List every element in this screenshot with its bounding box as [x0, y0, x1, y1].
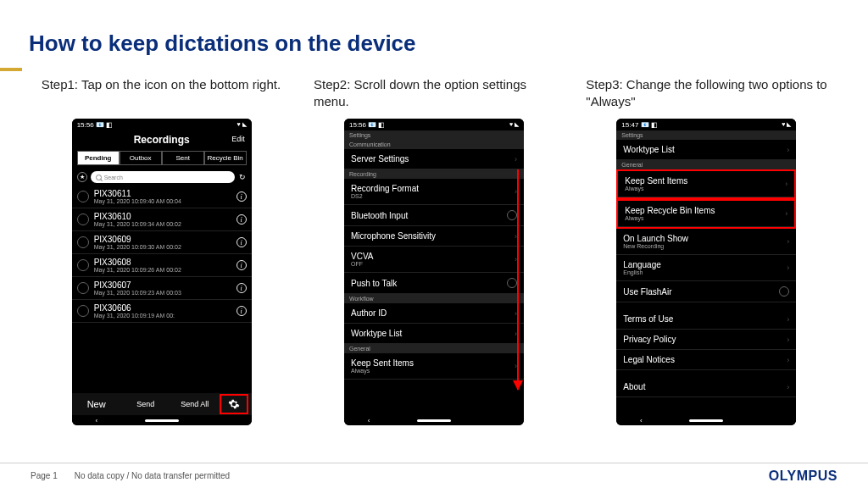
row-keep-recycle-bin[interactable]: Keep Recycle Bin ItemsAlways› — [618, 201, 794, 227]
info-icon[interactable]: i — [236, 283, 247, 293]
item-title: PIX30606 — [94, 303, 236, 313]
list-item[interactable]: PIX30609May 31, 2020 10:09:30 AM 00:02i — [72, 231, 252, 254]
navbar: ‹ — [72, 415, 252, 425]
chevron-right-icon: › — [787, 336, 789, 344]
toggle-radio[interactable] — [507, 210, 517, 220]
back-icon[interactable]: ‹ — [95, 417, 97, 424]
list-item[interactable]: PIX30610May 31, 2020 10:09:34 AM 00:02i — [72, 208, 252, 231]
row-worktype-list[interactable]: Worktype List› — [344, 324, 524, 344]
select-radio[interactable] — [77, 191, 89, 202]
row-label: Privacy Policy — [623, 335, 676, 344]
select-radio[interactable] — [77, 282, 89, 294]
row-label: On Launch Show — [623, 234, 688, 243]
row-legal[interactable]: Legal Notices› — [616, 350, 796, 370]
row-keep-sent[interactable]: Keep Sent ItemsAlways› — [618, 171, 794, 197]
item-title: PIX30611 — [94, 189, 236, 198]
row-label: VCVA — [351, 252, 374, 261]
page-title: How to keep dictations on the device — [29, 30, 416, 57]
row-label: Terms of Use — [623, 314, 673, 324]
toggle-radio[interactable] — [779, 286, 789, 297]
info-icon[interactable]: i — [236, 214, 247, 225]
bottom-bar: New Send Send All — [72, 393, 252, 415]
row-label: Microphone Sensitivity — [351, 231, 436, 241]
info-icon[interactable]: i — [236, 260, 247, 270]
tab-outbox[interactable]: Outbox — [120, 151, 162, 165]
nav-spacer — [771, 416, 773, 424]
info-icon[interactable]: i — [236, 237, 247, 247]
phone-2: 15:56 📧 ◧ ♥ ◣ Settings Communication Ser… — [344, 119, 524, 425]
tab-recycle-bin[interactable]: Recycle Bin — [204, 151, 247, 165]
settings-header: Settings — [344, 130, 524, 140]
row-label: About — [623, 382, 645, 391]
row-push-to-talk[interactable]: Push to Talk — [344, 273, 524, 294]
row-author-id[interactable]: Author ID› — [344, 303, 524, 324]
info-icon[interactable]: i — [236, 191, 247, 202]
row-label: Language — [623, 260, 661, 269]
row-terms[interactable]: Terms of Use› — [616, 309, 796, 330]
home-pill[interactable] — [417, 419, 451, 422]
recordings-title: Recordings Edit — [72, 130, 252, 147]
statusbar: 15:56 📧 ◧ ♥ ◣ — [344, 119, 524, 130]
new-button[interactable]: New — [72, 399, 121, 409]
row-label: Keep Sent Items — [351, 358, 414, 368]
status-icons: ♥ ◣ — [782, 121, 791, 128]
step-1: Step1: Tap on the icon on the bottom rig… — [35, 76, 289, 425]
list-item[interactable]: PIX30608May 31, 2020 10:09:26 AM 00:02i — [72, 254, 252, 277]
row-vcva[interactable]: VCVAOFF› — [344, 247, 524, 273]
item-sub: May 31, 2020 10:09:23 AM 00:03 — [94, 290, 236, 296]
row-flashair[interactable]: Use FlashAir — [616, 281, 796, 302]
tab-sent[interactable]: Sent — [162, 151, 204, 165]
row-server-settings[interactable]: Server Settings› — [344, 149, 524, 169]
back-icon[interactable]: ‹ — [368, 417, 370, 424]
row-sub: Always — [351, 368, 414, 374]
loop-icon[interactable]: ↻ — [238, 173, 247, 181]
row-keep-sent[interactable]: Keep Sent ItemsAlways› — [344, 353, 524, 380]
row-label: Worktype List — [623, 145, 674, 154]
list-item[interactable]: PIX30611May 31, 2020 10:09:40 AM 00:04i — [72, 186, 252, 208]
keep-sent-highlight: Keep Sent ItemsAlways› — [616, 169, 796, 199]
home-pill[interactable] — [145, 419, 179, 422]
section-general: General — [616, 160, 796, 169]
list-item[interactable]: PIX30607May 31, 2020 10:09:23 AM 00:03i — [72, 277, 252, 300]
send-button[interactable]: Send — [121, 400, 170, 408]
select-radio[interactable] — [77, 214, 89, 225]
gear-icon[interactable] — [228, 398, 240, 410]
select-radio[interactable] — [77, 259, 89, 271]
item-title: PIX30609 — [94, 235, 236, 244]
send-all-button[interactable]: Send All — [170, 400, 220, 408]
select-radio[interactable] — [77, 236, 89, 248]
row-label: Legal Notices — [623, 355, 675, 364]
section-general: General — [344, 344, 524, 353]
row-worktype-list[interactable]: Worktype List› — [616, 140, 796, 160]
row-language[interactable]: LanguageEnglish› — [616, 255, 796, 281]
list-item[interactable]: PIX30606May 31, 2020 10:09:19 AM 00:i — [72, 300, 252, 323]
item-sub: May 31, 2020 10:09:26 AM 00:02 — [94, 267, 236, 273]
nav-spacer — [225, 416, 228, 424]
favorite-icon[interactable]: ★ — [77, 172, 87, 182]
chevron-right-icon: › — [787, 315, 789, 324]
row-about[interactable]: About› — [616, 377, 796, 397]
navbar: ‹ — [616, 415, 796, 425]
home-pill[interactable] — [689, 419, 723, 422]
item-title: PIX30608 — [94, 258, 236, 267]
chevron-right-icon: › — [787, 356, 789, 364]
tab-pending[interactable]: Pending — [77, 151, 120, 165]
nav-spacer — [498, 416, 501, 424]
row-label: Server Settings — [351, 154, 409, 164]
phone-3: 15:47 📧 ◧ ♥ ◣ Settings Worktype List› Ge… — [616, 119, 796, 425]
search-input[interactable]: Search — [91, 171, 235, 183]
row-mic-sensitivity[interactable]: Microphone Sensitivity› — [344, 226, 524, 247]
spacer — [616, 370, 796, 377]
select-radio[interactable] — [77, 305, 89, 317]
row-bluetooth[interactable]: Bluetooth Input — [344, 205, 524, 226]
status-time: 15:47 📧 ◧ — [621, 121, 657, 129]
row-sub: OFF — [351, 261, 374, 267]
back-icon[interactable]: ‹ — [640, 417, 643, 424]
row-privacy[interactable]: Privacy Policy› — [616, 330, 796, 350]
toggle-radio[interactable] — [507, 278, 517, 288]
row-label: Recording Format — [351, 184, 419, 193]
row-on-launch[interactable]: On Launch ShowNew Recording› — [616, 229, 796, 255]
edit-button[interactable]: Edit — [231, 135, 245, 143]
info-icon[interactable]: i — [236, 306, 247, 316]
row-recording-format[interactable]: Recording FormatDS2› — [344, 179, 524, 205]
